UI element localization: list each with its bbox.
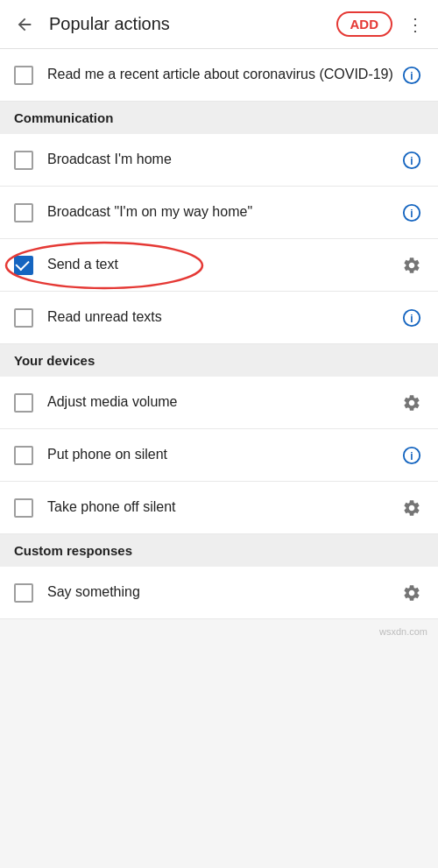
info-icon-broadcast-way[interactable]: i [399, 201, 424, 225]
section-header-communication: Communication [0, 102, 438, 134]
item-label-broadcast-home: Broadcast I'm home [47, 151, 399, 169]
item-label-phone-off-silent: Take phone off silent [47, 498, 399, 517]
list-item: Broadcast I'm home i [0, 134, 438, 187]
item-label-broadcast-way: Broadcast "I'm on my way home" [47, 203, 399, 222]
info-icon-covid[interactable]: i [399, 63, 424, 88]
info-icon-broadcast-home[interactable]: i [399, 148, 424, 173]
list-item: Adjust media volume [0, 377, 438, 429]
checkbox-say-something[interactable] [14, 583, 33, 603]
checkbox-phone-off-silent[interactable] [14, 498, 33, 518]
svg-text:i: i [410, 449, 413, 462]
item-label-phone-silent: Put phone on silent [47, 446, 399, 464]
section-header-devices: Your devices [0, 344, 438, 377]
app-header: Popular actions ADD ⋮ [0, 0, 438, 49]
list-item: Broadcast "I'm on my way home" i [0, 187, 438, 239]
info-icon-phone-silent[interactable]: i [399, 443, 424, 468]
checkbox-adjust-volume[interactable] [14, 393, 33, 413]
gear-icon-send-text[interactable] [399, 253, 424, 278]
item-label-covid: Read me a recent article about coronavir… [47, 66, 399, 84]
svg-text:i: i [410, 312, 413, 324]
section-header-custom-responses: Custom responses [0, 534, 438, 567]
list-item: Say something [0, 567, 438, 619]
more-options-button[interactable]: ⋮ [399, 9, 431, 40]
add-button[interactable]: ADD [336, 11, 393, 37]
checkbox-covid-article[interactable] [14, 66, 33, 85]
list-item-send-text: Send a text [0, 239, 438, 292]
list-item: Put phone on silent i [0, 429, 438, 482]
checkbox-phone-silent[interactable] [14, 446, 33, 465]
item-label-send-text: Send a text [47, 256, 399, 274]
checkbox-broadcast-way[interactable] [14, 203, 33, 222]
gear-icon-phone-off-silent[interactable] [399, 496, 424, 520]
checkbox-read-texts[interactable] [14, 308, 33, 328]
item-label-say-something: Say something [47, 583, 399, 602]
list-item: Read me a recent article about coronavir… [0, 49, 438, 102]
checkbox-broadcast-home[interactable] [14, 151, 33, 170]
watermark: wsxdn.com [0, 619, 438, 644]
svg-text:i: i [410, 207, 413, 219]
gear-icon-adjust-volume[interactable] [399, 391, 424, 415]
gear-icon-say-something[interactable] [399, 581, 424, 605]
page-title: Popular actions [49, 14, 336, 34]
back-button[interactable] [7, 7, 42, 42]
checkbox-send-text[interactable] [14, 256, 33, 275]
item-label-read-texts: Read unread texts [47, 308, 399, 327]
svg-text:i: i [410, 154, 413, 166]
item-label-adjust-volume: Adjust media volume [47, 393, 399, 412]
info-icon-read-texts[interactable]: i [399, 306, 424, 330]
list-item: Read unread texts i [0, 292, 438, 344]
svg-text:i: i [410, 69, 413, 81]
list-item: Take phone off silent [0, 482, 438, 534]
